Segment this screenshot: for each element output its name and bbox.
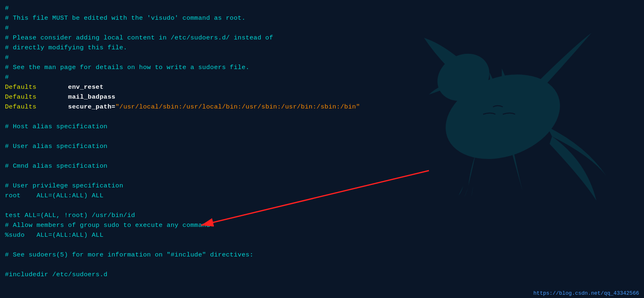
arrow-line (201, 171, 429, 225)
annotation-arrow (0, 0, 644, 298)
terminal-background: # # This file MUST be edited with the 'v… (0, 0, 644, 298)
url-bar: https://blog.csdn.net/qq_43342566 (534, 290, 639, 296)
